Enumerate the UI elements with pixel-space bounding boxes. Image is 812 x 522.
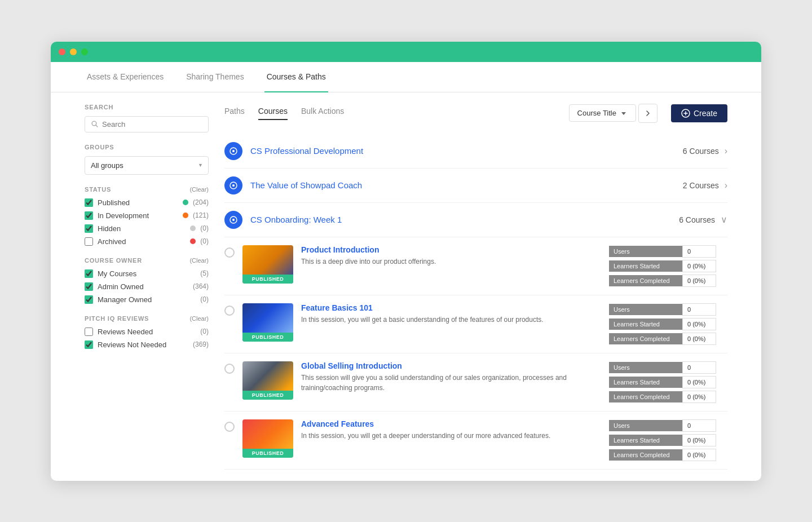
chevron-right-icon-1: › bbox=[725, 146, 727, 156]
hidden-dot bbox=[190, 225, 196, 231]
course-desc-1: This is a deep dive into our product off… bbox=[301, 256, 601, 267]
chevron-down-icon: ∨ bbox=[721, 214, 727, 225]
tab-courses[interactable]: Courses bbox=[258, 107, 288, 120]
stat-label-started-3: Learners Started bbox=[609, 377, 682, 388]
status-published-label[interactable]: Published bbox=[98, 198, 176, 207]
course-radio-3[interactable] bbox=[224, 364, 235, 374]
status-archived-checkbox[interactable] bbox=[85, 237, 93, 246]
path-symbol-icon-2 bbox=[229, 181, 238, 190]
stat-label-users-4: Users bbox=[609, 420, 682, 431]
owner-my: My Courses (5) bbox=[85, 269, 209, 278]
pitch-iq-title: PITCH IQ REVIEWS (Clear) bbox=[85, 315, 209, 322]
tab-bulk[interactable]: Bulk Actions bbox=[301, 107, 344, 120]
groups-dropdown[interactable]: All groups bbox=[85, 156, 209, 175]
reviews-needed-count: (0) bbox=[200, 328, 209, 335]
sort-control: Course Title bbox=[569, 104, 657, 123]
search-title: SEARCH bbox=[85, 104, 209, 110]
status-archived-label[interactable]: Archived bbox=[98, 237, 183, 246]
path-row-1[interactable]: CS Professional Development 6 Courses › bbox=[224, 134, 727, 169]
pitch-iq-clear[interactable]: (Clear) bbox=[189, 315, 209, 322]
stat-row-users-1: Users 0 bbox=[609, 245, 727, 258]
path-title-3[interactable]: CS Onboarding: Week 1 bbox=[250, 215, 679, 224]
course-title-3[interactable]: Global Selling Introduction bbox=[301, 361, 601, 370]
owner-manager-checkbox[interactable] bbox=[85, 295, 93, 304]
reviews-needed-checkbox[interactable] bbox=[85, 328, 93, 336]
tab-courses[interactable]: Courses & Paths bbox=[264, 62, 328, 92]
path-title-2[interactable]: The Value of Showpad Coach bbox=[250, 180, 683, 190]
course-item-1: PUBLISHED Product Introduction This is a… bbox=[224, 237, 727, 295]
app-window: Assets & Experiences Sharing Themes Cour… bbox=[51, 42, 761, 481]
main-area: Paths Courses Bulk Actions Course Title bbox=[224, 104, 727, 470]
course-thumb-4: PUBLISHED bbox=[242, 419, 293, 458]
stat-value-completed-1: 0 (0%) bbox=[682, 275, 716, 287]
course-title-4[interactable]: Advanced Features bbox=[301, 419, 601, 428]
published-badge-2: PUBLISHED bbox=[242, 333, 293, 342]
sort-direction-button[interactable] bbox=[638, 104, 657, 123]
status-indev-label[interactable]: In Development bbox=[98, 211, 176, 220]
course-owner-clear[interactable]: (Clear) bbox=[189, 257, 209, 264]
course-owner-section: COURSE OWNER (Clear) My Courses (5) Admi… bbox=[85, 257, 209, 304]
sidebar: SEARCH GROUPS All groups STATUS bbox=[85, 104, 209, 470]
path-row-3[interactable]: CS Onboarding: Week 1 6 Courses ∨ bbox=[224, 203, 727, 237]
status-published-checkbox[interactable] bbox=[85, 198, 93, 207]
course-radio-4[interactable] bbox=[224, 422, 235, 432]
stat-label-completed-3: Learners Completed bbox=[609, 391, 682, 402]
stat-value-started-4: 0 (0%) bbox=[682, 434, 716, 446]
status-published-count: (204) bbox=[193, 198, 209, 206]
path-row-2[interactable]: The Value of Showpad Coach 2 Courses › bbox=[224, 169, 727, 203]
path-symbol-icon bbox=[229, 147, 238, 156]
stat-label-started-2: Learners Started bbox=[609, 318, 682, 330]
owner-my-label[interactable]: My Courses bbox=[98, 269, 196, 278]
minimize-dot[interactable] bbox=[70, 48, 77, 55]
reviews-not-needed: Reviews Not Needed (369) bbox=[85, 340, 209, 349]
reviews-not-needed-label[interactable]: Reviews Not Needed bbox=[98, 340, 188, 349]
chevron-right-icon-2: › bbox=[725, 180, 727, 191]
course-radio-1[interactable] bbox=[224, 247, 235, 258]
owner-my-checkbox[interactable] bbox=[85, 269, 93, 278]
status-published: Published (204) bbox=[85, 198, 209, 207]
status-indev-checkbox[interactable] bbox=[85, 211, 93, 220]
stat-value-users-4: 0 bbox=[682, 419, 716, 432]
published-dot bbox=[183, 200, 188, 205]
groups-dropdown-wrapper[interactable]: All groups bbox=[85, 156, 209, 175]
course-info-2: Feature Basics 101 In this session, you … bbox=[301, 303, 601, 325]
stat-value-completed-2: 0 (0%) bbox=[682, 333, 716, 345]
status-clear[interactable]: (Clear) bbox=[189, 186, 209, 193]
course-title-1[interactable]: Product Introduction bbox=[301, 245, 601, 254]
tab-paths[interactable]: Paths bbox=[224, 107, 245, 120]
indev-dot bbox=[183, 213, 188, 218]
tab-sharing[interactable]: Sharing Themes bbox=[184, 62, 246, 92]
course-title-2[interactable]: Feature Basics 101 bbox=[301, 303, 601, 312]
reviews-not-needed-checkbox[interactable] bbox=[85, 340, 93, 349]
sort-button[interactable]: Course Title bbox=[569, 104, 636, 122]
stat-label-completed-4: Learners Completed bbox=[609, 449, 682, 461]
course-stats-3: Users 0 Learners Started 0 (0%) Learners… bbox=[609, 361, 727, 403]
course-desc-3: This session will give you a solid under… bbox=[301, 373, 601, 393]
status-hidden-label[interactable]: Hidden bbox=[98, 224, 183, 233]
owner-my-count: (5) bbox=[200, 269, 209, 277]
path-title-1[interactable]: CS Professional Development bbox=[250, 146, 683, 156]
course-item-4: PUBLISHED Advanced Features In this sess… bbox=[224, 412, 727, 470]
search-icon bbox=[91, 120, 99, 128]
maximize-dot[interactable] bbox=[81, 48, 88, 55]
stat-label-users-2: Users bbox=[609, 304, 682, 315]
owner-admin-label[interactable]: Admin Owned bbox=[98, 282, 188, 291]
stat-row-completed-1: Learners Completed 0 (0%) bbox=[609, 275, 727, 287]
stat-row-started-2: Learners Started 0 (0%) bbox=[609, 318, 727, 330]
course-info-3: Global Selling Introduction This session… bbox=[301, 361, 601, 393]
search-input[interactable] bbox=[102, 120, 202, 129]
course-radio-2[interactable] bbox=[224, 306, 235, 316]
path-count-2: 2 Courses bbox=[683, 181, 719, 190]
stat-row-users-4: Users 0 bbox=[609, 419, 727, 432]
create-button[interactable]: Create bbox=[671, 104, 727, 122]
reviews-needed-label[interactable]: Reviews Needed bbox=[98, 328, 196, 336]
close-dot[interactable] bbox=[59, 48, 65, 55]
search-section: SEARCH bbox=[85, 104, 209, 132]
owner-manager-label[interactable]: Manager Owned bbox=[98, 295, 196, 304]
search-box[interactable] bbox=[85, 116, 209, 132]
stat-label-users-3: Users bbox=[609, 362, 682, 373]
chevron-right-icon bbox=[645, 110, 651, 117]
owner-admin-checkbox[interactable] bbox=[85, 282, 93, 291]
status-hidden-checkbox[interactable] bbox=[85, 224, 93, 233]
tab-assets[interactable]: Assets & Experiences bbox=[85, 62, 166, 92]
